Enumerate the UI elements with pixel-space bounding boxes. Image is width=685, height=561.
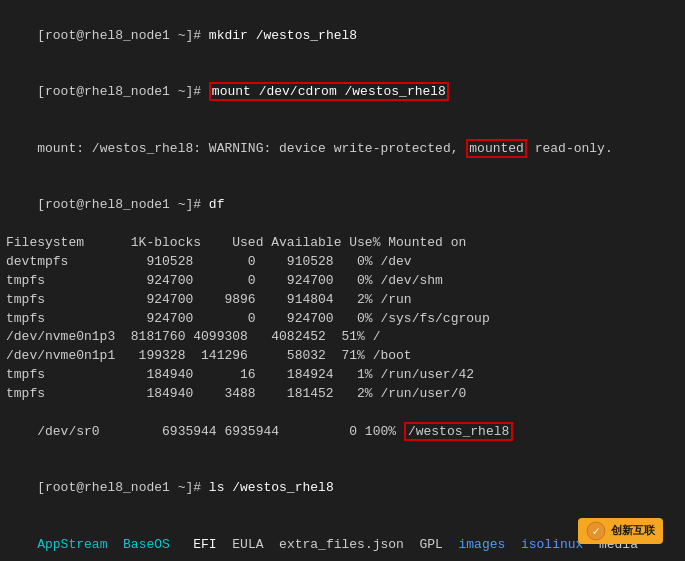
line-df-header: Filesystem 1K-blocks Used Available Use%… bbox=[6, 234, 679, 253]
logo-text: 创新互联 bbox=[611, 523, 655, 538]
df-row-tmpfs1: tmpfs 924700 0 924700 0% /dev/shm bbox=[6, 272, 679, 291]
logo-icon: ✓ bbox=[586, 521, 606, 541]
svg-text:✓: ✓ bbox=[592, 525, 599, 539]
westos-mount-highlight: /westos_rhel8 bbox=[404, 422, 513, 441]
ls-efi: EFI bbox=[193, 537, 216, 552]
df-row-sr0: /dev/sr0 6935944 6935944 0 100% /westos_… bbox=[6, 404, 679, 461]
line-df-prompt: [root@rhel8_node1 ~]# df bbox=[6, 178, 679, 235]
logo-box: ✓ 创新互联 bbox=[578, 518, 663, 544]
logo-watermark: ✓ 创新互联 bbox=[565, 508, 675, 553]
line-mount: [root@rhel8_node1 ~]# mount /dev/cdrom /… bbox=[6, 65, 679, 122]
df-row-tmpfs4: tmpfs 184940 16 184924 1% /run/user/42 bbox=[6, 366, 679, 385]
ls-appstream: AppStream bbox=[37, 537, 107, 552]
df-row-tmpfs5: tmpfs 184940 3488 181452 2% /run/user/0 bbox=[6, 385, 679, 404]
df-row-tmpfs2: tmpfs 924700 9896 914804 2% /run bbox=[6, 291, 679, 310]
line-mount-warning: mount: /westos_rhel8: WARNING: device wr… bbox=[6, 121, 679, 178]
ls-baseos: BaseOS bbox=[123, 537, 170, 552]
ls-images: images bbox=[459, 537, 506, 552]
df-row-nvme3: /dev/nvme0n1p3 8181760 4099308 4082452 5… bbox=[6, 328, 679, 347]
df-row-nvme1: /dev/nvme0n1p1 199328 141296 58032 71% /… bbox=[6, 347, 679, 366]
terminal: [root@rhel8_node1 ~]# mkdir /westos_rhel… bbox=[0, 0, 685, 561]
df-row-tmpfs3: tmpfs 924700 0 924700 0% /sys/fs/cgroup bbox=[6, 310, 679, 329]
df-row-devtmpfs: devtmpfs 910528 0 910528 0% /dev bbox=[6, 253, 679, 272]
mounted-highlight: mounted bbox=[466, 139, 527, 158]
line-mkdir: [root@rhel8_node1 ~]# mkdir /westos_rhel… bbox=[6, 8, 679, 65]
